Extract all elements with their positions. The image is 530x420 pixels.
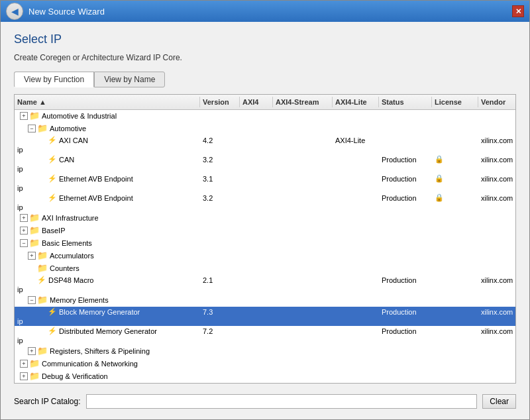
item-icon: ⚡ xyxy=(48,136,57,144)
title-bar-left: ◀ New Source Wizard xyxy=(6,3,105,20)
folder-icon: 📁 xyxy=(29,238,40,248)
page-title: Select IP xyxy=(14,32,516,46)
item-icon: ⚡ xyxy=(48,193,57,202)
folder-icon: 📁 xyxy=(37,295,48,305)
tree-row-selected[interactable]: ⚡ Block Memory Generator 7.3 Production … xyxy=(15,307,515,326)
expand-comm-networking[interactable]: + xyxy=(20,360,28,368)
close-button[interactable]: ✕ xyxy=(512,5,524,17)
tab-view-by-function[interactable]: View by Function xyxy=(14,72,94,87)
item-icon: ⚡ xyxy=(48,155,57,164)
back-button[interactable]: ◀ xyxy=(6,3,23,20)
search-row: Search IP Catalog: Clear xyxy=(14,390,516,411)
tree-body: + 📁 Automotive & Industrial xyxy=(15,110,515,383)
tree-row[interactable]: ⚡ DSP48 Macro 2.1 Production xilinx.com … xyxy=(15,275,515,294)
tree-row[interactable]: 📁 Counters xyxy=(15,262,515,275)
lock-icon: 🔒 xyxy=(435,174,444,182)
folder-icon: 📁 xyxy=(37,263,48,273)
expand-baseip[interactable]: + xyxy=(20,227,28,235)
item-icon: ⚡ xyxy=(48,174,57,183)
item-icon: ⚡ xyxy=(48,327,57,335)
title-bar: ◀ New Source Wizard ✕ xyxy=(1,1,529,22)
page-subtitle: Create Coregen or Architecture Wizard IP… xyxy=(14,53,516,62)
col-vendor: Vendor xyxy=(478,97,516,107)
col-status: Status xyxy=(379,97,432,107)
tree-row[interactable]: ⚡ AXI CAN 4.2 AXI4-Lite xilinx.com ip xyxy=(15,135,515,154)
tree-row[interactable]: ⚡ Distributed Memory Generator 7.2 Produ… xyxy=(15,326,515,345)
expand-basic-elements[interactable]: − xyxy=(20,239,28,247)
folder-icon: 📁 xyxy=(29,111,40,121)
col-axi4lite: AXI4-Lite xyxy=(333,97,379,107)
expand-registers[interactable]: + xyxy=(28,347,36,355)
expand-automotive[interactable]: − xyxy=(28,125,36,132)
tree-row[interactable]: + 📁 Registers, Shifters & Pipelining xyxy=(15,345,515,358)
ip-tree-container: Name ▲ Version AXI4 AXI4-Stream AXI4-Lit… xyxy=(14,94,516,384)
expand-automotive-industrial[interactable]: + xyxy=(20,112,28,120)
tree-row[interactable]: + 📁 BaseIP xyxy=(15,225,515,237)
folder-icon: 📁 xyxy=(29,371,40,381)
tab-group: View by Function View by Name xyxy=(14,72,516,87)
tree-row[interactable]: + 📁 Debug & Verification xyxy=(15,370,515,383)
window-title: New Source Wizard xyxy=(28,7,105,17)
folder-icon: 📁 xyxy=(37,123,48,133)
tree-row[interactable]: − 📁 Memory Elements xyxy=(15,294,515,307)
expand-accumulators[interactable]: + xyxy=(28,252,36,260)
expand-axi-infrastructure[interactable]: + xyxy=(20,214,28,222)
clear-button[interactable]: Clear xyxy=(482,394,516,409)
tree-row[interactable]: + 📁 AXI Infrastructure xyxy=(15,212,515,225)
search-label: Search IP Catalog: xyxy=(14,397,81,406)
lock-icon: 🔒 xyxy=(435,193,444,201)
folder-icon: 📁 xyxy=(37,346,48,356)
col-license: License xyxy=(432,97,478,107)
folder-icon: 📁 xyxy=(29,358,40,368)
tree-row[interactable]: ⚡ Ethernet AVB Endpoint 3.2 Production 🔒… xyxy=(15,193,515,212)
item-icon: ⚡ xyxy=(37,276,46,284)
lock-icon: 🔒 xyxy=(435,155,444,163)
folder-icon: 📁 xyxy=(29,225,40,235)
tree-header: Name ▲ Version AXI4 AXI4-Stream AXI4-Lit… xyxy=(15,95,515,110)
col-version: Version xyxy=(200,97,240,107)
search-input[interactable] xyxy=(86,394,478,409)
content-area: Select IP Create Coregen or Architecture… xyxy=(1,22,529,420)
tree-row[interactable]: − 📁 Basic Elements xyxy=(15,237,515,250)
expand-debug[interactable]: + xyxy=(20,372,28,380)
tree-row[interactable]: ⚡ Ethernet AVB Endpoint 3.1 Production 🔒… xyxy=(15,174,515,193)
tree-row[interactable]: − 📁 Automotive xyxy=(15,123,515,135)
folder-icon: 📁 xyxy=(37,250,48,260)
tree-row[interactable]: + 📁 Communication & Networking xyxy=(15,358,515,370)
tree-row[interactable]: ⚡ CAN 3.2 Production 🔒 xilinx.com ip xyxy=(15,154,515,174)
col-name: Name ▲ xyxy=(15,97,200,107)
col-axi4stream: AXI4-Stream xyxy=(273,97,333,107)
tab-view-by-name[interactable]: View by Name xyxy=(94,72,165,87)
main-window: ◀ New Source Wizard ✕ Select IP Create C… xyxy=(0,0,530,420)
item-icon: ⚡ xyxy=(48,307,57,316)
expand-memory-elements[interactable]: − xyxy=(28,296,36,304)
folder-icon: 📁 xyxy=(29,213,40,223)
tree-row[interactable]: + 📁 Accumulators xyxy=(15,250,515,262)
col-axi4: AXI4 xyxy=(240,97,273,107)
tree-row[interactable]: + 📁 Automotive & Industrial xyxy=(15,110,515,123)
